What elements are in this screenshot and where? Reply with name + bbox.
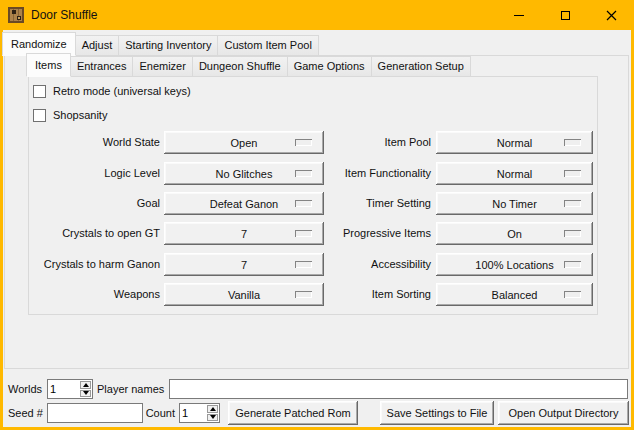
spin-down-icon — [83, 391, 89, 395]
seed-label: Seed # — [8, 401, 43, 425]
maximize-icon — [561, 11, 570, 20]
item-sorting-dropdown[interactable]: Balanced — [436, 283, 593, 306]
item-functionality-label: Item Functionality — [288, 162, 431, 185]
seed-input[interactable] — [47, 403, 143, 423]
retro-mode-checkbox[interactable] — [33, 85, 46, 98]
dropdown-indicator-icon — [564, 170, 581, 177]
item-functionality-value: Normal — [497, 168, 532, 180]
player-names-label: Player names — [97, 379, 164, 399]
retro-mode-option: Retro mode (universal keys) — [33, 84, 191, 98]
dropdown-indicator-icon — [564, 139, 581, 146]
title-bar[interactable]: Door Shuffle — [0, 0, 634, 30]
tab-entrances[interactable]: Entrances — [70, 56, 134, 76]
accessibility-value: 100% Locations — [475, 259, 553, 271]
player-names-input[interactable] — [169, 379, 628, 399]
shopsanity-label: Shopsanity — [53, 109, 107, 121]
dropdown-indicator-icon — [564, 291, 581, 298]
logic-level-label: Logic Level — [13, 162, 160, 185]
worlds-spinner[interactable] — [47, 379, 93, 399]
spin-up-icon — [83, 383, 89, 387]
count-spin-up-button[interactable] — [207, 405, 218, 413]
goal-value: Defeat Ganon — [210, 198, 279, 210]
generate-patched-rom-button[interactable]: Generate Patched Rom — [228, 401, 358, 425]
app-window: Door Shuffle Randomize Adjust Starting I… — [0, 0, 634, 430]
progressive-items-value: On — [507, 228, 522, 240]
crystals-ganon-label: Crystals to harm Ganon — [13, 253, 160, 276]
crystals-ganon-value: 7 — [241, 259, 247, 271]
timer-setting-label: Timer Setting — [288, 192, 431, 215]
spin-up-icon — [210, 407, 216, 411]
progressive-items-label: Progressive Items — [288, 222, 431, 245]
item-pool-value: Normal — [497, 137, 532, 149]
item-functionality-dropdown[interactable]: Normal — [436, 162, 593, 185]
count-label: Count — [143, 401, 175, 425]
worlds-spin-up-button[interactable] — [80, 381, 91, 389]
item-sorting-value: Balanced — [492, 289, 538, 301]
close-icon — [606, 10, 617, 21]
world-state-value: Open — [231, 137, 258, 149]
window-title: Door Shuffle — [31, 0, 98, 30]
dropdown-indicator-icon — [564, 230, 581, 237]
count-spin-down-button[interactable] — [207, 414, 218, 422]
worlds-label: Worlds — [8, 379, 42, 399]
item-pool-label: Item Pool — [288, 131, 431, 154]
weapons-label: Weapons — [13, 283, 160, 306]
tab-enemizer[interactable]: Enemizer — [132, 56, 192, 76]
worlds-spin-down-button[interactable] — [80, 390, 91, 398]
progressive-items-dropdown[interactable]: On — [436, 222, 593, 245]
maximize-button[interactable] — [542, 0, 588, 30]
save-settings-button[interactable]: Save Settings to File — [380, 401, 494, 425]
inner-tab-bar: Items Entrances Enemizer Dungeon Shuffle… — [27, 51, 471, 76]
accessibility-dropdown[interactable]: 100% Locations — [436, 253, 593, 276]
worlds-input[interactable] — [48, 380, 79, 398]
timer-setting-dropdown[interactable]: No Timer — [436, 192, 593, 215]
open-output-directory-button[interactable]: Open Output Directory — [498, 401, 629, 425]
count-spinner[interactable] — [179, 403, 220, 423]
world-state-label: World State — [13, 131, 160, 154]
tab-game-options[interactable]: Game Options — [287, 56, 372, 76]
tab-items[interactable]: Items — [26, 53, 71, 77]
tab-dungeon-shuffle[interactable]: Dungeon Shuffle — [192, 56, 288, 76]
dropdown-indicator-icon — [564, 200, 581, 207]
crystals-gt-value: 7 — [241, 228, 247, 240]
app-door-icon — [8, 7, 24, 23]
spin-down-icon — [210, 415, 216, 419]
timer-setting-value: No Timer — [492, 198, 537, 210]
item-pool-dropdown[interactable]: Normal — [436, 131, 593, 154]
count-input[interactable] — [180, 404, 206, 422]
accessibility-label: Accessibility — [288, 253, 431, 276]
goal-label: Goal — [13, 192, 160, 215]
close-button[interactable] — [588, 0, 634, 30]
tab-generation-setup[interactable]: Generation Setup — [371, 56, 471, 76]
window-content: Randomize Adjust Starting Inventory Cust… — [3, 30, 631, 427]
minimize-button[interactable] — [496, 0, 542, 30]
dropdown-indicator-icon — [564, 261, 581, 268]
item-sorting-label: Item Sorting — [288, 283, 431, 306]
weapons-value: Vanilla — [228, 289, 260, 301]
retro-mode-label: Retro mode (universal keys) — [53, 85, 191, 97]
shopsanity-checkbox[interactable] — [33, 109, 46, 122]
shopsanity-option: Shopsanity — [33, 108, 107, 122]
crystals-gt-label: Crystals to open GT — [13, 222, 160, 245]
logic-level-value: No Glitches — [216, 168, 273, 180]
minimize-icon — [514, 15, 524, 16]
